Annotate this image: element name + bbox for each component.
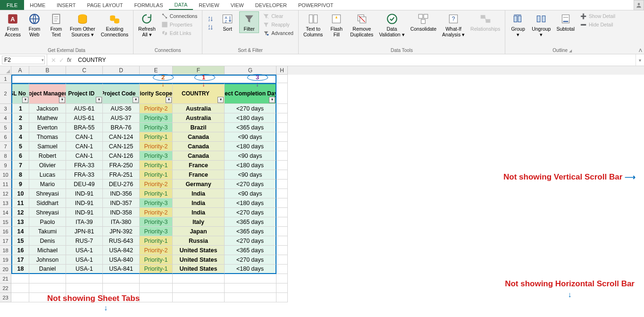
cell[interactable]: USA-1 [66,265,103,274]
cell[interactable]: <270 days [225,255,276,265]
table-header[interactable]: Priority Scope [140,83,173,104]
cell[interactable]: CAN-1 [66,151,103,161]
remove-duplicates-button[interactable]: Remove Duplicates [348,11,375,38]
cell[interactable] [276,142,288,151]
filter-dropdown-icon[interactable] [166,97,172,103]
row-header[interactable]: 23 [0,293,11,302]
cell[interactable]: Priority-2 [140,142,173,151]
cell[interactable]: CAN-126 [103,151,140,161]
cell[interactable] [276,283,288,293]
table-header[interactable]: Project ID [66,83,103,104]
cell[interactable]: <365 days [225,246,276,255]
cell[interactable]: Lucas [29,170,66,180]
cell[interactable]: <180 days [225,198,276,208]
cell[interactable] [276,75,288,83]
cell[interactable]: Priority-1 [140,189,173,198]
cell[interactable]: Thomas [29,132,66,142]
cell[interactable]: Mathew [29,113,66,123]
cell[interactable] [276,217,288,227]
cell[interactable]: Jackson [29,104,66,113]
filter-dropdown-icon[interactable] [133,97,139,103]
cell[interactable]: India [173,208,225,217]
cell[interactable] [225,293,276,302]
cell[interactable]: Denis [29,236,66,246]
filter-dropdown-icon[interactable] [59,97,65,103]
cell[interactable]: Samuel [29,142,66,151]
tab-formulas[interactable]: FORMULAS [128,0,168,10]
row-header[interactable]: 19 [0,255,11,265]
cell[interactable]: <180 days [225,265,276,274]
cell[interactable]: AUS-37 [103,113,140,123]
cell[interactable] [276,83,288,104]
cell[interactable]: FRA-250 [103,161,140,170]
filter-button[interactable]: Filter [239,11,259,33]
row-header[interactable]: 2 [0,83,11,104]
cell[interactable]: Priority-1 [140,255,173,265]
cell[interactable]: JPN-392 [103,227,140,236]
tab-file[interactable]: FILE [0,0,24,10]
cell[interactable]: 16 [11,246,29,255]
cell[interactable]: <365 days [225,123,276,132]
cell[interactable]: 4 [11,132,29,142]
select-all-corner[interactable] [0,66,11,75]
cell[interactable] [276,293,288,302]
cell[interactable]: India [173,189,225,198]
cell[interactable]: Priority-3 [140,198,173,208]
cell[interactable]: <90 days [225,170,276,180]
row-header[interactable]: 17 [0,236,11,246]
merged-header-blank[interactable] [11,75,276,83]
cell[interactable] [173,274,225,283]
cell[interactable]: USA-840 [103,255,140,265]
cell[interactable]: India [173,198,225,208]
cell[interactable]: Priority-1 [140,132,173,142]
cell[interactable] [140,293,173,302]
cell[interactable] [225,283,276,293]
cell[interactable]: <180 days [225,113,276,123]
group-button[interactable]: Group ▾ [508,11,528,38]
formula-bar-expand-icon[interactable]: ▾ [636,54,644,66]
sort-button[interactable]: AZSort [217,11,237,33]
cell[interactable]: 13 [11,217,29,227]
subtotal-button[interactable]: Subtotal [554,11,577,33]
cell[interactable]: Brazil [173,123,225,132]
cell[interactable]: CAN-1 [66,142,103,151]
cell[interactable]: Australia [173,113,225,123]
cell[interactable]: <90 days [225,132,276,142]
cell[interactable] [276,161,288,170]
collapse-ribbon-icon[interactable]: ᐱ [639,48,642,53]
row-header[interactable]: 9 [0,161,11,170]
cell[interactable]: BRA-55 [66,123,103,132]
cell[interactable]: Canada [173,132,225,142]
cell[interactable]: 2 [11,113,29,123]
row-header[interactable]: 11 [0,180,11,189]
tab-powerpivot[interactable]: POWERPIVOT [293,0,339,10]
cell[interactable] [276,113,288,123]
column-header-F[interactable]: F [173,66,225,75]
cell[interactable]: Shreyasi [29,189,66,198]
advanced-button[interactable]: Advanced [261,29,295,37]
cell[interactable]: Priority-3 [140,227,173,236]
cell[interactable]: USA-1 [66,255,103,265]
cell[interactable]: Priority-1 [140,265,173,274]
dialog-launcher-icon[interactable]: ◢ [569,49,573,53]
flash-fill-button[interactable]: Flash Fill [326,11,346,38]
cell[interactable]: Priority-2 [140,180,173,189]
column-header-C[interactable]: C [66,66,103,75]
cell[interactable]: Priority-3 [140,217,173,227]
cell[interactable] [276,255,288,265]
cell[interactable] [276,132,288,142]
cell[interactable]: RUS-643 [103,236,140,246]
text-to-columns-button[interactable]: Text to Columns [301,11,325,38]
column-header-E[interactable]: E [140,66,173,75]
cell[interactable]: Daniel [29,265,66,274]
cell[interactable]: JPN-81 [66,227,103,236]
cell[interactable] [276,189,288,198]
row-header[interactable]: 14 [0,208,11,217]
formula-bar-input[interactable]: COUNTRY [75,54,636,66]
cell[interactable] [276,180,288,189]
cell[interactable]: Russia [173,236,225,246]
cell[interactable]: France [173,161,225,170]
cell[interactable]: 5 [11,142,29,151]
cell[interactable]: Takumi [29,227,66,236]
cell[interactable]: Priority-2 [140,208,173,217]
